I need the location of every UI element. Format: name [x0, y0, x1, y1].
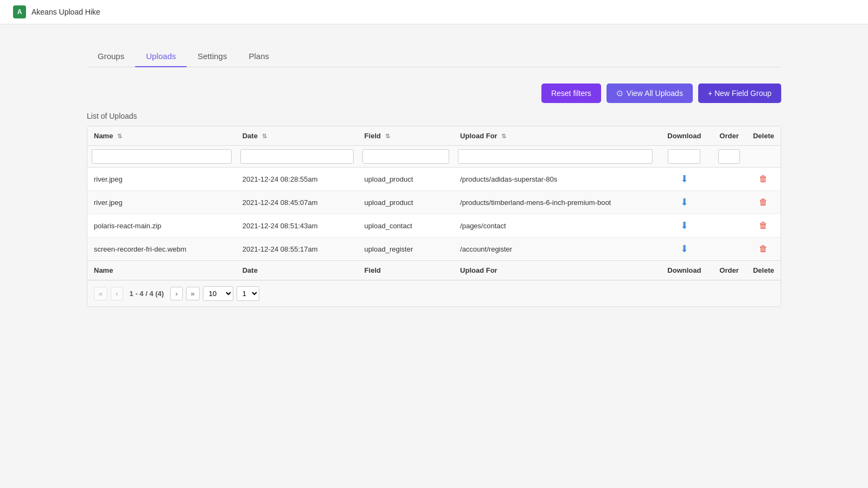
table-row: river.jpeg 2021-12-24 08:28:55am upload_…	[87, 168, 781, 191]
download-icon[interactable]: ⬇	[680, 174, 688, 184]
col-header-delete: Delete	[746, 126, 781, 146]
new-field-group-button[interactable]: + New Field Group	[698, 84, 781, 103]
delete-button[interactable]: 🗑	[759, 244, 768, 254]
first-page-button[interactable]: «	[94, 287, 107, 300]
next-page-button[interactable]: ›	[170, 287, 182, 300]
cell-delete: 🗑	[746, 214, 781, 237]
footer-order: Order	[712, 261, 746, 280]
pagination: « ‹ 1 - 4 / 4 (4) › » 102550100 123	[87, 280, 781, 306]
cell-uploadfor: /products/adidas-superstar-80s	[454, 168, 657, 191]
col-header-date[interactable]: Date ⇅	[236, 126, 358, 146]
reset-filters-button[interactable]: Reset filters	[541, 84, 601, 103]
uploads-table-wrapper: Name ⇅ Date ⇅ Field ⇅ Upload For ⇅ Downl…	[87, 126, 781, 307]
delete-button[interactable]: 🗑	[759, 221, 768, 230]
filter-date-input[interactable]	[240, 149, 354, 164]
delete-button[interactable]: 🗑	[759, 174, 768, 184]
footer-delete: Delete	[746, 261, 781, 280]
footer-download: Download	[657, 261, 712, 280]
cell-order	[712, 214, 746, 237]
tabs: Groups Uploads Settings Plans	[87, 46, 781, 67]
table-footer-row: Name Date Field Upload For Download Orde…	[87, 261, 781, 280]
table-header-row: Name ⇅ Date ⇅ Field ⇅ Upload For ⇅ Downl…	[87, 126, 781, 146]
cell-order	[712, 168, 746, 191]
app-title: Akeans Upload Hike	[31, 8, 100, 16]
footer-date: Date	[236, 261, 358, 280]
col-header-field[interactable]: Field ⇅	[358, 126, 454, 146]
sort-icon-name: ⇅	[117, 133, 122, 140]
cell-date: 2021-12-24 08:28:55am	[236, 168, 358, 191]
section-title: List of Uploads	[87, 112, 781, 120]
pagination-row: « ‹ 1 - 4 / 4 (4) › » 102550100 123	[87, 280, 781, 307]
sort-icon-uploadfor: ⇅	[501, 133, 506, 140]
cell-name: river.jpeg	[87, 168, 236, 191]
download-icon[interactable]: ⬇	[680, 197, 688, 208]
cell-delete: 🗑	[746, 168, 781, 191]
per-page-select[interactable]: 102550100	[203, 286, 233, 301]
cell-order	[712, 191, 746, 214]
cell-name: river.jpeg	[87, 191, 236, 214]
table-body: river.jpeg 2021-12-24 08:28:55am upload_…	[87, 168, 781, 261]
tab-uploads[interactable]: Uploads	[135, 46, 187, 67]
tab-plans[interactable]: Plans	[238, 46, 280, 67]
filter-name-input[interactable]	[92, 149, 232, 164]
footer-name: Name	[87, 261, 236, 280]
cell-field: upload_product	[358, 168, 454, 191]
table-footer: Name Date Field Upload For Download Orde…	[87, 261, 781, 307]
page-info: 1 - 4 / 4 (4)	[130, 290, 164, 298]
cell-download: ⬇	[657, 214, 712, 237]
table-row: river.jpeg 2021-12-24 08:45:07am upload_…	[87, 191, 781, 214]
app-logo: A	[13, 5, 26, 18]
col-header-name[interactable]: Name ⇅	[87, 126, 236, 146]
col-header-uploadfor[interactable]: Upload For ⇅	[454, 126, 657, 146]
view-all-uploads-button[interactable]: ⊙ View All Uploads	[607, 84, 693, 103]
cell-delete: 🗑	[746, 191, 781, 214]
cell-download: ⬇	[657, 168, 712, 191]
cell-download: ⬇	[657, 237, 712, 261]
sort-icon-field: ⇅	[385, 133, 390, 140]
prev-page-button[interactable]: ‹	[111, 287, 123, 300]
tab-settings[interactable]: Settings	[187, 46, 238, 67]
footer-uploadfor: Upload For	[454, 261, 657, 280]
cell-date: 2021-12-24 08:55:17am	[236, 237, 358, 261]
cell-date: 2021-12-24 08:51:43am	[236, 214, 358, 237]
uploads-table: Name ⇅ Date ⇅ Field ⇅ Upload For ⇅ Downl…	[87, 126, 781, 306]
cell-uploadfor: /pages/contact	[454, 214, 657, 237]
cell-uploadfor: /products/timberland-mens-6-inch-premium…	[454, 191, 657, 214]
filter-order-input[interactable]	[718, 149, 740, 164]
table-row: polaris-react-main.zip 2021-12-24 08:51:…	[87, 214, 781, 237]
cell-field: upload_register	[358, 237, 454, 261]
cell-name: polaris-react-main.zip	[87, 214, 236, 237]
footer-field: Field	[358, 261, 454, 280]
col-header-download: Download	[657, 126, 712, 146]
filter-field-input[interactable]	[362, 149, 449, 164]
download-icon[interactable]: ⬇	[680, 220, 688, 231]
delete-button[interactable]: 🗑	[759, 197, 768, 207]
main-content: Groups Uploads Settings Plans Reset filt…	[0, 24, 868, 329]
col-header-order: Order	[712, 126, 746, 146]
cell-delete: 🗑	[746, 237, 781, 261]
page-select[interactable]: 123	[237, 286, 259, 301]
table-row: screen-recorder-fri-dec.webm 2021-12-24 …	[87, 237, 781, 261]
cell-download: ⬇	[657, 191, 712, 214]
cell-name: screen-recorder-fri-dec.webm	[87, 237, 236, 261]
tab-groups[interactable]: Groups	[87, 46, 135, 67]
cell-field: upload_product	[358, 191, 454, 214]
filter-uploadfor-input[interactable]	[458, 149, 653, 164]
top-bar: A Akeans Upload Hike	[0, 0, 868, 24]
eye-icon: ⊙	[616, 88, 623, 98]
toolbar: Reset filters ⊙ View All Uploads + New F…	[87, 84, 781, 103]
filter-row	[87, 146, 781, 168]
cell-date: 2021-12-24 08:45:07am	[236, 191, 358, 214]
cell-order	[712, 237, 746, 261]
cell-uploadfor: /account/register	[454, 237, 657, 261]
download-icon[interactable]: ⬇	[680, 243, 688, 254]
filter-download-input[interactable]	[668, 149, 700, 164]
sort-icon-date: ⇅	[262, 133, 267, 140]
last-page-button[interactable]: »	[186, 287, 200, 300]
cell-field: upload_contact	[358, 214, 454, 237]
